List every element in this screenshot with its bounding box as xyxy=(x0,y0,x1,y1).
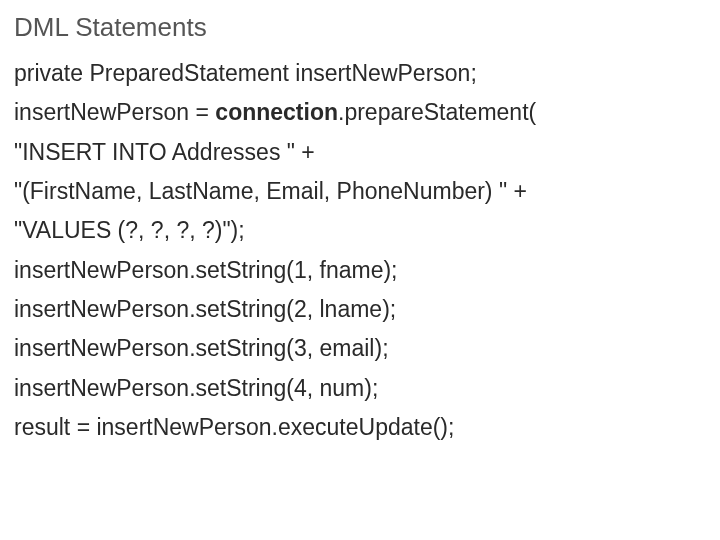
code-line: insertNewPerson = connection.prepareStat… xyxy=(14,96,706,129)
code-line: result = insertNewPerson.executeUpdate()… xyxy=(14,411,706,444)
code-text: insertNewPerson = xyxy=(14,99,215,125)
code-line: insertNewPerson.setString(1, fname); xyxy=(14,254,706,287)
code-line: insertNewPerson.setString(3, email); xyxy=(14,332,706,365)
code-line: private PreparedStatement insertNewPerso… xyxy=(14,57,706,90)
code-line: "INSERT INTO Addresses " + xyxy=(14,136,706,169)
code-text: .prepareStatement( xyxy=(338,99,536,125)
code-line: insertNewPerson.setString(4, num); xyxy=(14,372,706,405)
code-line: "VALUES (?, ?, ?, ?)"); xyxy=(14,214,706,247)
code-line: insertNewPerson.setString(2, lname); xyxy=(14,293,706,326)
slide-heading: DML Statements xyxy=(14,12,706,43)
code-text-bold: connection xyxy=(215,99,338,125)
code-line: "(FirstName, LastName, Email, PhoneNumbe… xyxy=(14,175,706,208)
